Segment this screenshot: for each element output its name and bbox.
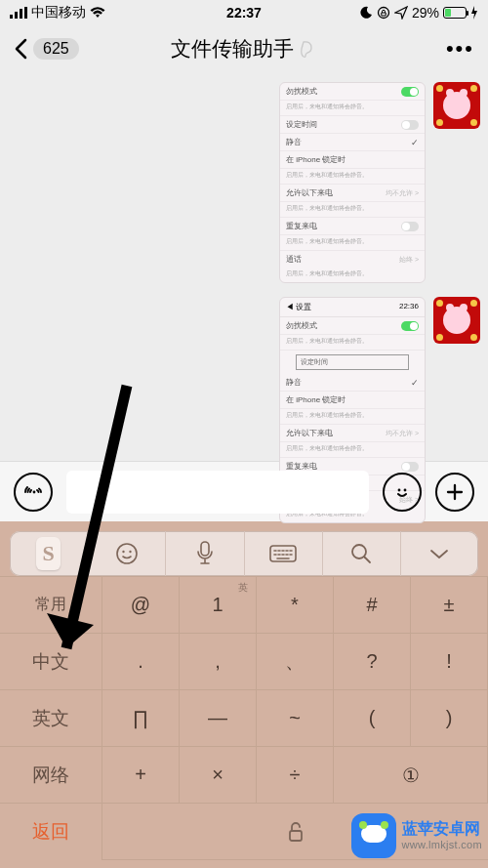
toggle-on-icon: [401, 321, 419, 331]
battery-icon: [443, 7, 467, 19]
status-left: 中国移动: [10, 4, 105, 21]
kb-key-hash[interactable]: #: [334, 577, 411, 634]
keyboard: S 常用 @ 1英 * # ± 中文 . ,: [0, 521, 488, 868]
b-sub: 启用后，来电和通知将会静音。: [280, 235, 425, 251]
svg-point-7: [404, 488, 407, 491]
lock-icon: [377, 6, 390, 20]
kb-side-chinese[interactable]: 中文: [0, 634, 102, 690]
kb-key-qmark[interactable]: ?: [334, 634, 411, 690]
location-icon: [394, 6, 408, 20]
more-button[interactable]: •••: [446, 36, 474, 62]
battery-pct: 29%: [412, 5, 439, 21]
kb-key-lparen[interactable]: (: [334, 690, 411, 747]
svg-rect-3: [24, 7, 27, 19]
signal-icon: [10, 7, 27, 19]
svg-point-9: [122, 551, 124, 553]
kb-key-at[interactable]: @: [102, 577, 180, 634]
svg-rect-2: [20, 9, 22, 19]
kb-key-plus[interactable]: +: [102, 747, 180, 804]
b-sub: 启用后，来电和通知将会静音。: [280, 169, 425, 185]
message-input[interactable]: [66, 471, 369, 514]
kb-key-dash[interactable]: —: [180, 690, 257, 747]
svg-point-8: [117, 544, 137, 563]
keyboard-emoji-button[interactable]: [88, 531, 166, 576]
keyboard-grid: 常用 @ 1英 * # ± 中文 . , 、 ? ! 英文 ∏ — ~ ( ) …: [0, 576, 488, 860]
kb-key-dun[interactable]: 、: [257, 634, 334, 690]
kb-key-star[interactable]: *: [257, 577, 334, 634]
keyboard-search-button[interactable]: [323, 531, 401, 576]
smile-icon: [391, 481, 413, 503]
b-label: 静音: [286, 377, 302, 388]
avatar[interactable]: [433, 297, 480, 344]
keyboard-voice-button[interactable]: [166, 531, 244, 576]
b-sub: 启用后，来电和通知将会静音。: [280, 202, 425, 218]
b-label: 重复来电: [286, 221, 317, 231]
b-label: 勿扰模式: [286, 86, 317, 97]
kb-key-period[interactable]: .: [102, 634, 180, 690]
carrier-label: 中国移动: [31, 4, 86, 21]
moon-icon: [359, 6, 373, 20]
svg-point-5: [33, 490, 36, 493]
b-label: 在 iPhone 锁定时: [286, 394, 346, 405]
emoji-button[interactable]: [383, 473, 422, 512]
b-sub: 启用后，来电和通知将会静音。: [280, 268, 425, 282]
b-sub: 启用后，来电和通知将会静音。: [280, 442, 425, 458]
svg-rect-0: [10, 15, 13, 19]
b-sub: 启用后，来电和通知将会静音。: [280, 101, 425, 116]
svg-rect-1: [15, 12, 18, 19]
toggle-off-icon: [401, 462, 419, 472]
back-button[interactable]: 625: [14, 38, 79, 60]
keyboard-icon: [268, 543, 298, 564]
svg-rect-11: [201, 542, 209, 556]
kb-key-circ1[interactable]: ①: [334, 747, 488, 804]
wifi-icon: [90, 7, 105, 19]
kb-key-bang[interactable]: !: [411, 634, 488, 690]
mic-icon: [194, 540, 216, 567]
kb-key-tilde[interactable]: ~: [257, 690, 334, 747]
page-title-text: 文件传输助手: [171, 35, 294, 62]
kb-key-lock[interactable]: [102, 804, 488, 860]
unread-badge: 625: [33, 38, 79, 60]
kb-side-common[interactable]: 常用: [0, 577, 102, 634]
earpiece-icon: [298, 39, 317, 59]
kb-key-1[interactable]: 1英: [180, 577, 257, 634]
kb-key-pi[interactable]: ∏: [102, 690, 180, 747]
b-label: 设定时间: [286, 119, 317, 130]
toggle-on-icon: [401, 87, 419, 97]
plus-icon: [444, 481, 466, 503]
keyboard-type-button[interactable]: [245, 531, 323, 576]
kb-key-div[interactable]: ÷: [257, 747, 334, 804]
kb-side-english[interactable]: 英文: [0, 690, 102, 747]
kb-key-mult[interactable]: ×: [180, 747, 257, 804]
b-label: 静音: [286, 137, 302, 147]
search-icon: [348, 541, 374, 566]
status-right: 29%: [359, 5, 478, 21]
b-label: 在 iPhone 锁定时: [286, 154, 346, 165]
kb-side-network[interactable]: 网络: [0, 747, 102, 804]
soundwave-icon: [22, 481, 44, 503]
kb-key-rparen[interactable]: ): [411, 690, 488, 747]
keyboard-collapse-button[interactable]: [401, 531, 478, 576]
status-time: 22:37: [226, 5, 262, 21]
toggle-off-icon: [401, 222, 419, 231]
kb-key-pm[interactable]: ±: [411, 577, 488, 634]
kb-side-return[interactable]: 返回: [0, 804, 102, 860]
b-label: 允许以下来电: [286, 187, 333, 198]
lock-open-icon: [283, 819, 308, 845]
svg-rect-14: [290, 831, 302, 841]
b-sub: 启用后，来电和通知将会静音。: [280, 335, 425, 351]
more-actions-button[interactable]: [435, 473, 474, 512]
svg-point-6: [398, 488, 401, 491]
check-icon: [411, 138, 419, 147]
b-sub: 启用后，来电和通知将会静音。: [280, 409, 425, 425]
page-title: 文件传输助手: [171, 35, 317, 62]
avatar[interactable]: [433, 82, 480, 129]
message-image[interactable]: 勿扰模式 启用后，来电和通知将会静音。 设定时间 静音 在 iPhone 锁定时…: [279, 82, 426, 283]
toggle-off-icon: [401, 120, 419, 130]
kb-key-comma[interactable]: ,: [180, 634, 257, 690]
chat-area[interactable]: 勿扰模式 启用后，来电和通知将会静音。 设定时间 静音 在 iPhone 锁定时…: [0, 72, 488, 461]
voice-toggle-button[interactable]: [14, 473, 53, 512]
status-bar: 中国移动 22:37 29%: [0, 0, 488, 25]
message-out: 勿扰模式 启用后，来电和通知将会静音。 设定时间 静音 在 iPhone 锁定时…: [8, 82, 480, 283]
keyboard-logo[interactable]: S: [10, 531, 88, 576]
